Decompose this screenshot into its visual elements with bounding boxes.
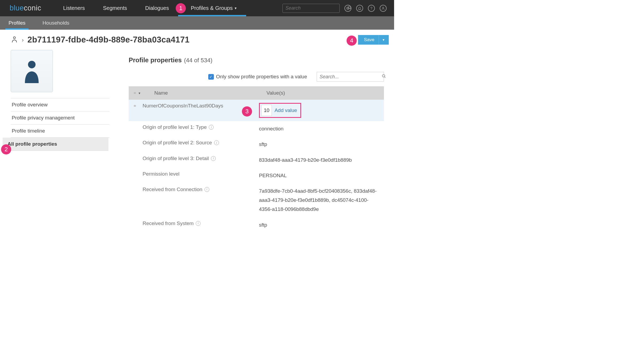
global-search[interactable] bbox=[282, 4, 340, 13]
nav-dialogues[interactable]: Dialogues bbox=[136, 0, 178, 16]
nav-listeners[interactable]: Listeners bbox=[54, 0, 94, 16]
callout-badge-3: 3 bbox=[242, 106, 252, 117]
profile-avatar bbox=[11, 50, 53, 92]
table-row[interactable]: Origin of profile level 1: Type i connec… bbox=[129, 121, 384, 137]
property-search-input[interactable] bbox=[320, 74, 382, 80]
breadcrumb-chevron: › bbox=[22, 37, 24, 43]
only-with-value-checkbox[interactable]: ✓ Only show profile properties with a va… bbox=[208, 74, 307, 80]
property-name: Received from System bbox=[143, 220, 194, 226]
add-value-link[interactable]: Add value bbox=[274, 106, 297, 115]
page-header: › 2b711197-fdbe-4d9b-889e-78ba03ca4171 S… bbox=[0, 30, 394, 50]
property-value: sftp bbox=[259, 220, 380, 230]
property-value: 7a938dfe-7cb0-4aad-8bf5-bcf20408356c, 83… bbox=[259, 187, 380, 214]
info-icon[interactable]: i bbox=[214, 140, 219, 145]
subtab-households[interactable]: Households bbox=[39, 16, 72, 30]
svg-point-6 bbox=[382, 75, 385, 77]
property-name: Origin of profile level 1: Type bbox=[143, 124, 207, 130]
sidebar-item-overview[interactable]: Profile overview bbox=[11, 98, 109, 111]
nav-segments[interactable]: Segments bbox=[94, 0, 136, 16]
sidebar: Profile overview Profile privacy managem… bbox=[0, 50, 119, 233]
top-nav: blueconic Listeners Segments Dialogues P… bbox=[0, 0, 394, 16]
table-header: ⚭ ▾ Name Value(s) bbox=[129, 86, 384, 100]
svg-point-4 bbox=[13, 37, 15, 38]
property-search[interactable] bbox=[317, 72, 384, 82]
table-row[interactable]: Received from System i sftp bbox=[129, 217, 384, 233]
brand-logo: blueconic bbox=[10, 4, 41, 12]
chevron-down-icon[interactable]: ▾ bbox=[139, 91, 140, 95]
search-icon bbox=[382, 74, 386, 79]
table-row[interactable]: Origin of profile level 2: Source i sftp bbox=[129, 137, 384, 152]
property-value: connection bbox=[259, 124, 380, 133]
table-row[interactable]: ⚭ NumerOfCouponsInTheLast90Days 10 Add v… bbox=[129, 100, 384, 121]
gear-icon[interactable] bbox=[344, 5, 351, 12]
property-name: Received from Connection bbox=[143, 187, 202, 192]
bell-icon[interactable] bbox=[356, 5, 363, 12]
table-row[interactable]: Origin of profile level 3: Detail i 833d… bbox=[129, 152, 384, 168]
profile-icon[interactable] bbox=[11, 36, 18, 44]
global-search-input[interactable] bbox=[285, 5, 348, 11]
brand-part2: conic bbox=[24, 4, 41, 12]
info-icon[interactable]: i bbox=[209, 125, 214, 130]
properties-table: ⚭ ▾ Name Value(s) ⚭ NumerOfCouponsInTheL… bbox=[129, 86, 384, 233]
section-heading: Profile properties bbox=[129, 56, 182, 64]
save-button[interactable]: Save ▼ bbox=[358, 35, 389, 45]
user-icon[interactable] bbox=[380, 5, 387, 12]
property-name: Origin of profile level 3: Detail bbox=[143, 156, 209, 161]
property-name: Origin of profile level 2: Source bbox=[143, 140, 212, 146]
table-row[interactable]: Received from Connection i 7a938dfe-7cb0… bbox=[129, 183, 384, 217]
property-value: sftp bbox=[259, 140, 380, 149]
callout-badge-4: 4 bbox=[347, 36, 357, 46]
info-icon[interactable]: i bbox=[211, 156, 216, 161]
content: Profile properties (44 of 534) ✓ Only sh… bbox=[119, 50, 394, 233]
value-highlight-frame: 10 Add value bbox=[259, 103, 301, 118]
col-name[interactable]: Name bbox=[154, 90, 266, 96]
svg-point-2 bbox=[347, 8, 348, 9]
property-value: 833daf48-aaa3-4179-b20e-f3e0df1b889b bbox=[259, 156, 380, 165]
subtab-profiles[interactable]: Profiles bbox=[5, 16, 29, 30]
property-name: NumerOfCouponsInTheLast90Days bbox=[143, 103, 259, 109]
sidebar-item-privacy[interactable]: Profile privacy management bbox=[11, 111, 109, 125]
value-input[interactable]: 10 bbox=[261, 105, 272, 116]
help-icon[interactable]: ? bbox=[368, 5, 375, 12]
checkbox-checked-icon: ✓ bbox=[208, 74, 214, 80]
callout-badge-1: 1 bbox=[176, 3, 186, 13]
callout-badge-2: 2 bbox=[1, 144, 11, 154]
info-icon[interactable]: i bbox=[196, 221, 201, 226]
col-value[interactable]: Value(s) bbox=[266, 90, 285, 96]
svg-line-7 bbox=[384, 77, 385, 78]
svg-point-3 bbox=[383, 7, 384, 8]
chevron-down-icon: ▼ bbox=[234, 6, 237, 10]
section-count: (44 of 534) bbox=[184, 57, 212, 64]
property-value: PERSONAL bbox=[259, 171, 380, 180]
nav-profiles-groups[interactable]: Profiles & Groups▼ bbox=[178, 0, 246, 16]
table-row[interactable]: Permission level PERSONAL bbox=[129, 168, 384, 183]
chevron-down-icon[interactable]: ▼ bbox=[379, 35, 385, 45]
page-title: 2b711197-fdbe-4d9b-889e-78ba03ca4171 bbox=[28, 35, 190, 45]
glasses-icon[interactable]: ⚭ bbox=[133, 90, 136, 96]
glasses-icon: ⚭ bbox=[133, 103, 143, 109]
brand-part1: blue bbox=[10, 4, 24, 12]
sub-nav: Profiles Households bbox=[0, 16, 394, 30]
svg-point-5 bbox=[28, 61, 36, 68]
sidebar-item-all-properties[interactable]: All profile properties bbox=[3, 138, 108, 151]
info-icon[interactable]: i bbox=[205, 187, 209, 192]
sidebar-item-timeline[interactable]: Profile timeline bbox=[11, 125, 109, 138]
property-name: Permission level bbox=[143, 171, 179, 177]
